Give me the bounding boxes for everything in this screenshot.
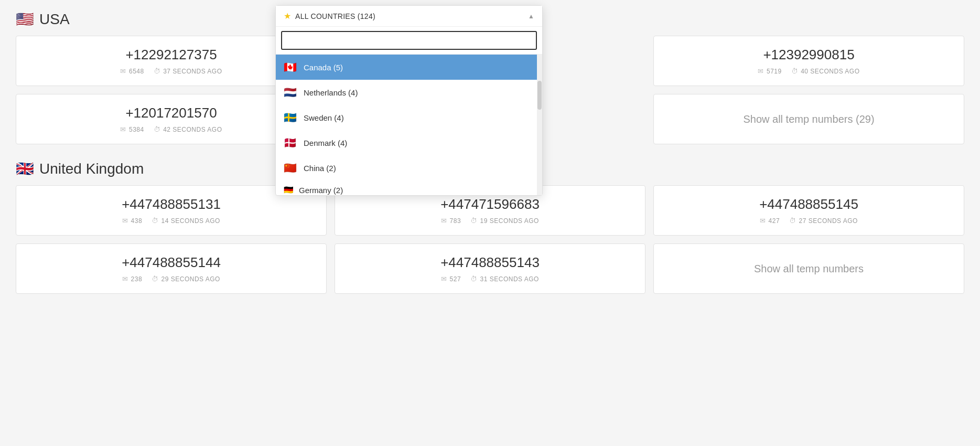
time-ago: ⏱ 37 SECONDS AGO <box>154 67 222 75</box>
mail-icon: ✉ <box>758 67 764 75</box>
time-ago: ⏱ 40 SECONDS AGO <box>791 67 860 75</box>
dropdown-item-sweden[interactable]: 🇸🇪 Sweden (4) <box>276 105 542 130</box>
canada-label: Canada (5) <box>304 63 343 72</box>
phone-card-uk-mid-2[interactable]: +447488855143 ✉ 527 ⏱ 31 SECONDS AGO <box>335 243 645 294</box>
mail-icon: ✉ <box>120 125 126 133</box>
usa-flag: 🇺🇸 <box>16 10 34 28</box>
mail-icon: ✉ <box>120 67 126 75</box>
message-count: ✉ 438 <box>122 217 142 225</box>
dropdown-header-left: ★ ALL COUNTRIES (124) <box>284 11 375 21</box>
time-ago: ⏱ 42 SECONDS AGO <box>154 125 222 133</box>
dropdown-search-container <box>276 27 542 55</box>
uk-country-name: United Kingdom <box>39 161 144 177</box>
message-count: ✉ 6548 <box>120 67 144 75</box>
germany-flag: 🇩🇪 <box>284 185 294 195</box>
phone-card-uk-2[interactable]: +447488855144 ✉ 238 ⏱ 29 SECONDS AGO <box>16 243 327 294</box>
mail-icon: ✉ <box>122 217 128 225</box>
show-more-label: Show all temp numbers <box>754 263 864 275</box>
phone-card-uk-right-1[interactable]: +447488855145 ✉ 427 ⏱ 27 SECONDS AGO <box>653 185 964 236</box>
china-flag: 🇨🇳 <box>284 162 298 174</box>
clock-icon: ⏱ <box>154 125 161 133</box>
denmark-flag: 🇩🇰 <box>284 136 298 149</box>
show-more-usa[interactable]: Show all temp numbers (29) <box>653 94 964 144</box>
country-search-input[interactable] <box>281 31 537 50</box>
show-more-uk[interactable]: Show all temp numbers <box>653 243 964 294</box>
phone-number: +12292127375 <box>27 47 316 63</box>
country-dropdown: ★ ALL COUNTRIES (124) ▲ 🇨🇦 Canada (5) 🇳🇱… <box>275 5 543 196</box>
dropdown-all-countries-label: ALL COUNTRIES (124) <box>295 12 375 20</box>
canada-flag: 🇨🇦 <box>284 61 298 73</box>
phone-meta: ✉ 427 ⏱ 27 SECONDS AGO <box>664 217 953 225</box>
clock-icon: ⏱ <box>152 217 159 225</box>
phone-meta: ✉ 6548 ⏱ 37 SECONDS AGO <box>27 67 316 75</box>
phone-number: +12392990815 <box>664 47 953 63</box>
clock-icon: ⏱ <box>152 275 159 283</box>
show-more-label: Show all temp numbers (29) <box>743 113 874 125</box>
phone-meta: ✉ 783 ⏱ 19 SECONDS AGO <box>346 217 634 225</box>
chevron-up-icon: ▲ <box>528 13 534 20</box>
netherlands-flag: 🇳🇱 <box>284 86 298 99</box>
dropdown-item-germany-partial[interactable]: 🇩🇪 Germany (2) <box>276 180 542 195</box>
phone-number: +12017201570 <box>27 105 316 121</box>
clock-icon: ⏱ <box>789 217 796 225</box>
scrollbar-thumb <box>537 81 542 110</box>
uk-flag: 🇬🇧 <box>16 160 34 177</box>
mail-icon: ✉ <box>760 217 766 225</box>
dropdown-list: 🇨🇦 Canada (5) 🇳🇱 Netherlands (4) 🇸🇪 Swed… <box>276 55 542 195</box>
clock-icon: ⏱ <box>470 217 478 225</box>
clock-icon: ⏱ <box>470 275 478 283</box>
message-count: ✉ 783 <box>441 217 461 225</box>
phone-number: +447488855143 <box>346 254 634 271</box>
dropdown-item-canada[interactable]: 🇨🇦 Canada (5) <box>276 55 542 80</box>
mail-icon: ✉ <box>122 275 128 283</box>
phone-meta: ✉ 5384 ⏱ 42 SECONDS AGO <box>27 125 316 133</box>
message-count: ✉ 5719 <box>758 67 781 75</box>
phone-card-usa-right-1[interactable]: +12392990815 ✉ 5719 ⏱ 40 SECONDS AGO <box>653 36 964 86</box>
mail-icon: ✉ <box>441 217 447 225</box>
germany-label-partial: Germany (2) <box>299 186 343 195</box>
phone-meta: ✉ 5719 ⏱ 40 SECONDS AGO <box>664 67 953 75</box>
phone-number: +447488855145 <box>664 196 953 213</box>
phone-meta: ✉ 238 ⏱ 29 SECONDS AGO <box>27 275 316 283</box>
clock-icon: ⏱ <box>154 67 161 75</box>
dropdown-item-china[interactable]: 🇨🇳 China (2) <box>276 155 542 180</box>
message-count: ✉ 5384 <box>120 125 144 133</box>
china-label: China (2) <box>304 164 336 173</box>
dropdown-item-denmark[interactable]: 🇩🇰 Denmark (4) <box>276 130 542 155</box>
netherlands-label: Netherlands (4) <box>304 88 358 97</box>
message-count: ✉ 427 <box>760 217 780 225</box>
time-ago: ⏱ 27 SECONDS AGO <box>789 217 858 225</box>
time-ago: ⏱ 29 SECONDS AGO <box>152 275 220 283</box>
time-ago: ⏱ 19 SECONDS AGO <box>470 217 539 225</box>
clock-icon: ⏱ <box>791 67 799 75</box>
dropdown-header[interactable]: ★ ALL COUNTRIES (124) ▲ <box>276 6 542 27</box>
time-ago: ⏱ 31 SECONDS AGO <box>470 275 539 283</box>
dropdown-scrollbar[interactable] <box>537 55 542 195</box>
time-ago: ⏱ 14 SECONDS AGO <box>152 217 220 225</box>
phone-number: +447471596683 <box>346 196 634 213</box>
message-count: ✉ 527 <box>441 275 461 283</box>
star-icon: ★ <box>284 11 291 21</box>
denmark-label: Denmark (4) <box>304 139 347 147</box>
phone-number: +447488855131 <box>27 196 316 213</box>
dropdown-item-netherlands[interactable]: 🇳🇱 Netherlands (4) <box>276 80 542 105</box>
message-count: ✉ 238 <box>122 275 142 283</box>
sweden-label: Sweden (4) <box>304 113 344 122</box>
sweden-flag: 🇸🇪 <box>284 111 298 124</box>
phone-number: +447488855144 <box>27 254 316 271</box>
phone-meta: ✉ 527 ⏱ 31 SECONDS AGO <box>346 275 634 283</box>
usa-country-name: USA <box>39 11 70 28</box>
phone-meta: ✉ 438 ⏱ 14 SECONDS AGO <box>27 217 316 225</box>
mail-icon: ✉ <box>441 275 447 283</box>
